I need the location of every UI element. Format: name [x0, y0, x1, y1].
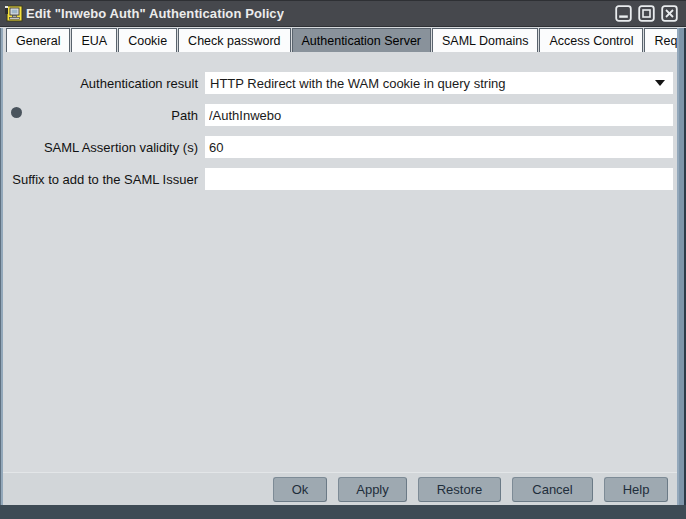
help-button[interactable]: Help	[604, 477, 668, 502]
tab-access-control[interactable]: Access Control	[539, 28, 643, 52]
window-frame-right	[677, 28, 686, 505]
tab-check-password[interactable]: Check password	[178, 28, 290, 52]
authentication-result-value: HTTP Redirect with the WAM cookie in que…	[210, 76, 655, 91]
window-frame-bottom	[0, 505, 686, 519]
ok-button[interactable]: Ok	[273, 477, 327, 502]
path-label: Path	[3, 108, 205, 123]
apply-button[interactable]: Apply	[338, 477, 407, 502]
maximize-icon[interactable]	[638, 5, 655, 22]
form-row-authentication-result: Authentication result HTTP Redirect with…	[3, 72, 677, 94]
restore-button[interactable]: Restore	[418, 477, 501, 502]
window-frame-left	[0, 28, 3, 505]
window-icon	[4, 4, 23, 23]
saml-assertion-validity-field-wrap	[205, 136, 673, 158]
window-title: Edit "Inwebo Auth" Authentication Policy	[26, 6, 284, 21]
path-field-wrap	[205, 104, 673, 126]
tab-eua[interactable]: EUA	[71, 28, 117, 52]
form-row-saml-issuer-suffix: Suffix to add to the SAML Issuer	[3, 168, 677, 190]
tab-cookie[interactable]: Cookie	[118, 28, 177, 52]
form-row-saml-assertion-validity: SAML Assertion validity (s)	[3, 136, 677, 158]
tab-general[interactable]: General	[6, 28, 70, 52]
authentication-result-label: Authentication result	[3, 76, 205, 91]
authentication-server-panel: Authentication result HTTP Redirect with…	[3, 52, 677, 472]
saml-issuer-suffix-field-wrap	[205, 168, 673, 190]
form-row-path: Path	[3, 104, 677, 126]
cancel-button[interactable]: Cancel	[512, 477, 593, 502]
authentication-result-combobox[interactable]: HTTP Redirect with the WAM cookie in que…	[205, 72, 673, 94]
titlebar: Edit "Inwebo Auth" Authentication Policy	[0, 0, 686, 27]
saml-assertion-validity-input[interactable]	[205, 136, 673, 158]
button-bar: Ok Apply Restore Cancel Help	[3, 472, 677, 505]
tab-saml-domains[interactable]: SAML Domains	[432, 28, 538, 52]
chevron-down-icon	[655, 80, 665, 86]
path-input[interactable]	[205, 104, 673, 126]
saml-assertion-validity-label: SAML Assertion validity (s)	[3, 140, 205, 155]
minimize-icon[interactable]	[615, 5, 632, 22]
saml-issuer-suffix-label: Suffix to add to the SAML Issuer	[3, 172, 205, 187]
field-status-dot	[11, 107, 22, 118]
window-controls	[615, 5, 678, 22]
close-icon[interactable]	[661, 5, 678, 22]
tab-authentication-server[interactable]: Authentication Server	[292, 28, 432, 52]
tab-bar: General EUA Cookie Check password Authen…	[3, 28, 677, 52]
saml-issuer-suffix-input[interactable]	[205, 168, 673, 190]
dialog-window: Edit "Inwebo Auth" Authentication Policy	[0, 0, 686, 519]
